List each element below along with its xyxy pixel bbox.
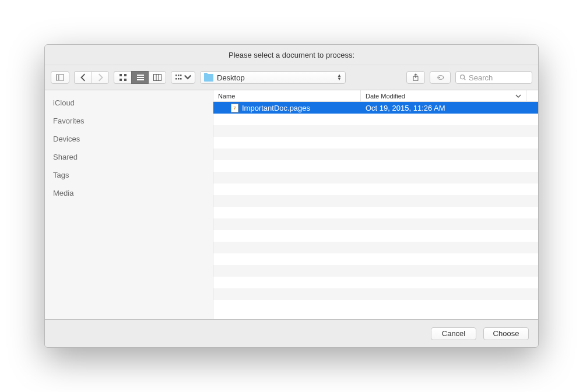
cancel-label: Cancel	[442, 329, 465, 338]
svg-rect-4	[120, 79, 122, 81]
location-popup[interactable]: Desktop ▲▼	[200, 71, 346, 84]
chevron-left-icon	[79, 73, 87, 82]
sidebar-item-devices[interactable]: Devices	[45, 130, 213, 148]
column-spacer	[526, 90, 538, 101]
empty-row	[213, 207, 538, 218]
chevron-down-icon	[515, 94, 521, 98]
empty-row	[213, 195, 538, 207]
empty-row	[213, 277, 538, 288]
group-by-button[interactable]	[171, 71, 195, 84]
pages-file-icon: 7	[231, 104, 238, 112]
empty-row	[213, 183, 538, 195]
svg-rect-14	[180, 75, 182, 76]
dialog-body: iCloud Favorites Devices Shared Tags Med…	[45, 90, 538, 320]
column-date-modified[interactable]: Date Modified	[361, 90, 526, 101]
sidebar-item-icloud[interactable]: iCloud	[45, 94, 213, 112]
empty-row	[213, 149, 538, 160]
cancel-button[interactable]: Cancel	[431, 327, 476, 340]
icon-view-button[interactable]	[114, 71, 131, 84]
back-button[interactable]	[74, 71, 92, 84]
open-dialog: Please select a document to process:	[44, 44, 539, 348]
column-view-button[interactable]	[149, 71, 166, 84]
empty-row	[213, 125, 538, 137]
file-row[interactable]: 7 ImportantDoc.pages Oct 19, 2015, 11:26…	[213, 102, 538, 114]
file-list[interactable]: 7 ImportantDoc.pages Oct 19, 2015, 11:26…	[213, 102, 538, 319]
grid-icon	[119, 73, 127, 82]
sidebar-item-label: Tags	[53, 171, 69, 179]
group-icon	[175, 73, 183, 82]
file-area: Name Date Modified 7 ImportantDoc.pages …	[213, 90, 538, 319]
list-view-button[interactable]	[131, 71, 149, 84]
nav-group	[74, 71, 109, 84]
tags-button[interactable]	[430, 71, 451, 84]
svg-line-23	[464, 79, 466, 80]
location-label: Desktop	[217, 73, 333, 82]
sidebar-item-label: iCloud	[53, 98, 75, 107]
sidebar-item-favorites[interactable]: Favorites	[45, 112, 213, 130]
toolbar: Desktop ▲▼ Search	[45, 65, 538, 90]
search-field[interactable]: Search	[455, 71, 532, 84]
svg-rect-0	[56, 75, 64, 80]
chevron-right-icon	[96, 73, 104, 82]
chevron-down-icon	[184, 73, 192, 82]
svg-rect-15	[175, 78, 177, 80]
choose-label: Choose	[493, 329, 519, 338]
file-date-cell: Oct 19, 2015, 11:26 AM	[361, 104, 538, 112]
column-headers: Name Date Modified	[213, 90, 538, 102]
empty-row	[213, 160, 538, 172]
svg-point-21	[438, 77, 440, 78]
svg-rect-2	[120, 74, 122, 76]
svg-rect-13	[178, 75, 180, 76]
column-name[interactable]: Name	[213, 90, 361, 101]
svg-rect-9	[154, 75, 161, 81]
sidebar-item-label: Media	[53, 189, 73, 197]
column-date-label: Date Modified	[366, 93, 405, 100]
dialog-title: Please select a document to process:	[229, 51, 354, 59]
empty-row	[213, 137, 538, 149]
dialog-footer: Cancel Choose	[45, 320, 538, 347]
column-name-label: Name	[218, 93, 235, 100]
file-name: ImportantDoc.pages	[242, 104, 310, 112]
svg-point-22	[461, 75, 465, 79]
sidebar-item-label: Shared	[53, 153, 78, 161]
popup-arrows-icon: ▲▼	[337, 74, 342, 81]
sidebar-item-media[interactable]: Media	[45, 184, 213, 202]
svg-rect-16	[178, 78, 180, 80]
empty-row	[213, 218, 538, 230]
file-name-cell: 7 ImportantDoc.pages	[213, 104, 361, 112]
sidebar: iCloud Favorites Devices Shared Tags Med…	[45, 90, 213, 319]
empty-row	[213, 114, 538, 125]
sidebar-item-label: Favorites	[53, 116, 84, 125]
empty-row	[213, 253, 538, 265]
choose-button[interactable]: Choose	[483, 327, 529, 340]
svg-rect-5	[124, 79, 127, 81]
svg-rect-17	[180, 78, 182, 80]
empty-row	[213, 172, 538, 183]
empty-row	[213, 265, 538, 277]
columns-icon	[153, 73, 161, 82]
empty-row	[213, 242, 538, 253]
empty-row	[213, 288, 538, 300]
sidebar-item-shared[interactable]: Shared	[45, 148, 213, 166]
view-group	[114, 71, 166, 84]
svg-rect-3	[124, 74, 127, 76]
share-button[interactable]	[406, 71, 425, 84]
search-placeholder: Search	[469, 73, 493, 82]
svg-rect-12	[175, 75, 177, 76]
svg-rect-20	[438, 76, 444, 79]
file-date: Oct 19, 2015, 11:26 AM	[366, 104, 445, 112]
share-icon	[412, 73, 420, 82]
sidebar-item-label: Devices	[53, 135, 80, 143]
sidebar-toggle-button[interactable]	[51, 71, 69, 84]
empty-row	[213, 230, 538, 242]
folder-icon	[204, 74, 213, 82]
search-icon	[459, 74, 466, 81]
list-icon	[136, 73, 145, 82]
sidebar-item-tags[interactable]: Tags	[45, 166, 213, 184]
dialog-title-bar: Please select a document to process:	[45, 45, 538, 65]
sidebar-icon	[56, 73, 64, 82]
tag-icon	[436, 73, 444, 82]
forward-button[interactable]	[92, 71, 109, 84]
